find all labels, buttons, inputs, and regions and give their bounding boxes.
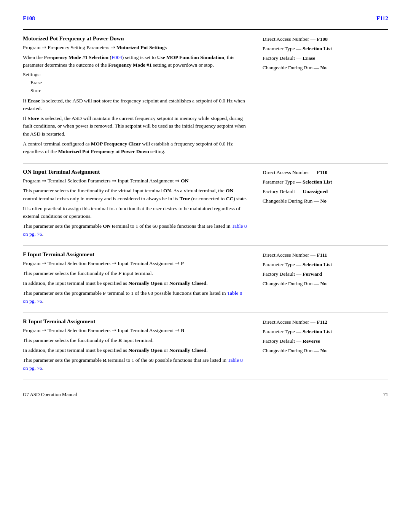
section-f108-right: Direct Access Number — F108 Parameter Ty…	[259, 35, 388, 158]
section-f111-breadcrumb: Program ⇒ Terminal Selection Parameters …	[23, 260, 247, 267]
f108-access: Direct Access Number — F108	[263, 35, 388, 43]
f108-run: Changeable During Run — No	[263, 64, 388, 72]
section-f112: R Input Terminal Assignment Program ⇒ Te…	[23, 313, 388, 380]
f110-table-link[interactable]: Table 8 on pg. 76	[23, 223, 247, 236]
section-f108: Motorized Pot Frequency at Power Down Pr…	[23, 30, 388, 163]
section-f112-title: R Input Terminal Assignment	[23, 318, 247, 325]
f110-para3: This parameter sets the programmable ON …	[23, 222, 247, 238]
f111-para2: In addition, the input terminal must be …	[23, 280, 247, 287]
f110-para2: It is often practical to assign this ter…	[23, 205, 247, 220]
f112-table-link[interactable]: Table 8 on pg. 76	[23, 357, 243, 371]
section-f112-right: Direct Access Number — F112 Parameter Ty…	[259, 318, 388, 374]
f111-para1: This parameter selects the functionality…	[23, 270, 247, 277]
f110-default: Factory Default — Unassigned	[263, 188, 388, 196]
f112-default: Factory Default — Reverse	[263, 337, 388, 345]
f108-para3: A control terminal configured as MOP Fre…	[23, 140, 247, 156]
header-right: F112	[376, 15, 388, 22]
f112-para2: In addition, the input terminal must be …	[23, 347, 247, 354]
f111-type: Parameter Type — Selection List	[263, 261, 388, 269]
f108-para2: If Store is selected, the ASD will maint…	[23, 115, 247, 138]
section-f111-left: F Input Terminal Assignment Program ⇒ Te…	[23, 251, 259, 307]
f112-para3: This parameter sets the programmable R t…	[23, 356, 247, 372]
f112-access: Direct Access Number — F112	[263, 318, 388, 326]
f110-para1: This parameter selects the functionality…	[23, 187, 247, 203]
section-f110: ON Input Terminal Assignment Program ⇒ T…	[23, 163, 388, 246]
f110-run: Changeable During Run — No	[263, 197, 388, 205]
page-header: F108 F112	[23, 15, 388, 22]
section-f110-right: Direct Access Number — F110 Parameter Ty…	[259, 169, 388, 240]
section-f111-right: Direct Access Number — F111 Parameter Ty…	[259, 251, 388, 307]
section-f108-breadcrumb: Program ⇒ Frequency Setting Parameters ⇒…	[23, 44, 247, 51]
section-f108-left: Motorized Pot Frequency at Power Down Pr…	[23, 35, 259, 158]
settings-list: EraseStore	[30, 78, 247, 95]
footer-left: G7 ASD Operation Manual	[23, 391, 77, 398]
section-f110-title: ON Input Terminal Assignment	[23, 169, 247, 175]
settings-label: Settings:	[23, 72, 247, 78]
f111-access: Direct Access Number — F111	[263, 251, 388, 259]
f112-run: Changeable During Run — No	[263, 347, 388, 355]
section-f111: F Input Terminal Assignment Program ⇒ Te…	[23, 246, 388, 313]
footer-right: 71	[383, 391, 388, 398]
section-f110-left: ON Input Terminal Assignment Program ⇒ T…	[23, 169, 259, 240]
f111-run: Changeable During Run — No	[263, 280, 388, 288]
f112-type: Parameter Type — Selection List	[263, 328, 388, 336]
f108-para1: If Erase is selected, the ASD will not s…	[23, 97, 247, 113]
f110-type: Parameter Type — Selection List	[263, 178, 388, 186]
f112-para1: This parameter selects the functionality…	[23, 337, 247, 344]
section-f112-left: R Input Terminal Assignment Program ⇒ Te…	[23, 318, 259, 374]
section-f108-intro: When the Frequency Mode #1 Selection (F0…	[23, 54, 247, 69]
section-f108-title: Motorized Pot Frequency at Power Down	[23, 35, 247, 42]
f108-default: Factory Default — Erase	[263, 54, 388, 62]
f111-table-link[interactable]: Table 8 on pg. 76	[23, 290, 242, 304]
f108-type: Parameter Type — Selection List	[263, 45, 388, 53]
section-f110-breadcrumb: Program ⇒ Terminal Selection Parameters …	[23, 177, 247, 184]
section-f111-title: F Input Terminal Assignment	[23, 251, 247, 258]
header-left: F108	[23, 15, 35, 22]
f110-access: Direct Access Number — F110	[263, 169, 388, 177]
f004-link[interactable]: F004	[112, 54, 122, 60]
f111-default: Factory Default — Forward	[263, 270, 388, 278]
page-footer: G7 ASD Operation Manual 71	[23, 391, 388, 398]
section-f112-breadcrumb: Program ⇒ Terminal Selection Parameters …	[23, 327, 247, 334]
f111-para3: This parameter sets the programmable F t…	[23, 289, 247, 305]
